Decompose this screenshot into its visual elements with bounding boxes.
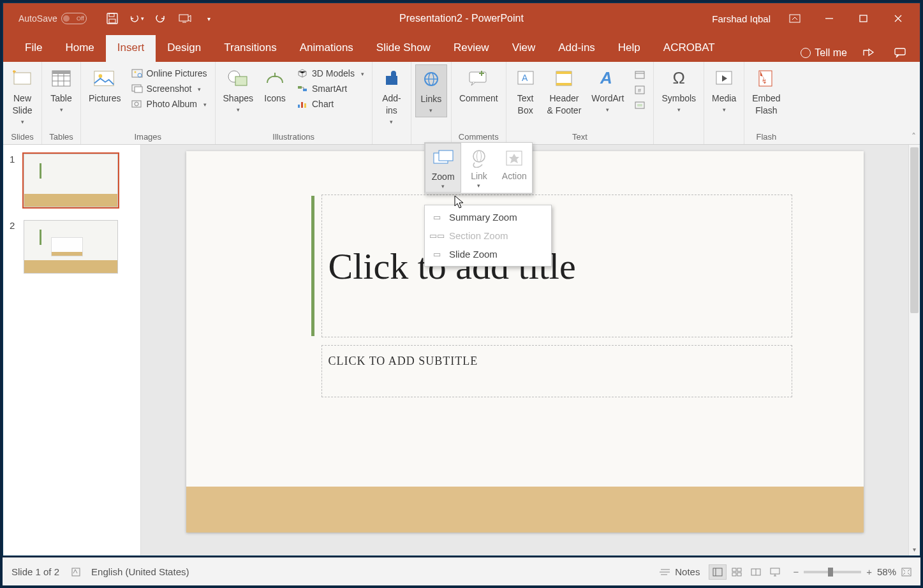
tab-addins[interactable]: Add-ins: [547, 35, 607, 62]
tab-slideshow[interactable]: Slide Show: [365, 35, 442, 62]
tab-acrobat[interactable]: ACROBAT: [652, 35, 727, 62]
icons-button[interactable]: Icons: [260, 64, 290, 107]
zoom-out-button[interactable]: −: [793, 566, 799, 577]
svg-text:A: A: [522, 73, 528, 83]
ribbon-tabs: File Home Insert Design Transitions Anim…: [3, 34, 920, 62]
save-icon[interactable]: [105, 11, 120, 26]
close-button[interactable]: [888, 10, 908, 27]
symbols-button[interactable]: Ω Symbols▾: [658, 64, 700, 116]
svg-point-25: [135, 102, 138, 106]
object-button[interactable]: [630, 99, 649, 112]
svg-rect-67: [732, 573, 736, 576]
online-pictures-button[interactable]: Online Pictures: [128, 67, 211, 80]
svg-rect-42: [556, 71, 572, 74]
slide-zoom-item[interactable]: ▭Slide Zoom: [425, 245, 551, 263]
svg-rect-59: [72, 568, 80, 576]
zoom-slider-knob[interactable]: [828, 568, 833, 577]
svg-text:↯: ↯: [762, 78, 767, 85]
slide-sorter-icon[interactable]: [728, 564, 746, 580]
start-from-beginning-icon[interactable]: [177, 11, 193, 26]
comment-button[interactable]: Comment: [455, 64, 502, 107]
comment-label: Comment: [459, 92, 498, 105]
slide-thumbnail-2[interactable]: [24, 220, 118, 274]
wordart-button[interactable]: A WordArt▾: [587, 64, 628, 116]
zoom-in-button[interactable]: +: [866, 566, 872, 577]
screenshot-button[interactable]: Screenshot▾: [128, 82, 211, 95]
tab-design[interactable]: Design: [156, 35, 212, 62]
link-menu-button[interactable]: Link▾: [461, 143, 496, 193]
media-button[interactable]: Media▾: [708, 64, 740, 116]
redo-icon[interactable]: [153, 11, 168, 26]
textbox-button[interactable]: A Text Box: [510, 64, 541, 119]
svg-rect-4: [790, 15, 800, 22]
textbox-icon: A: [514, 67, 537, 90]
links-button[interactable]: Links▾: [415, 64, 447, 117]
collapse-ribbon-icon[interactable]: ˄: [912, 131, 916, 142]
table-label: Table: [50, 92, 71, 105]
comments-icon[interactable]: [890, 44, 911, 62]
zoom-slider[interactable]: [804, 571, 861, 573]
normal-view-icon[interactable]: [709, 564, 727, 580]
tab-help[interactable]: Help: [607, 35, 652, 62]
share-icon[interactable]: [859, 44, 879, 62]
3d-models-button[interactable]: 3D Models▾: [293, 67, 368, 80]
action-label: Action: [502, 171, 527, 181]
notes-button[interactable]: Notes: [660, 566, 700, 577]
photo-album-button[interactable]: Photo Album▾: [128, 98, 211, 110]
maximize-button[interactable]: [853, 10, 874, 27]
scrollbar-handle[interactable]: [910, 147, 919, 313]
svg-rect-55: [439, 151, 453, 161]
tab-animations[interactable]: Animations: [288, 35, 365, 62]
link-icon: [466, 147, 492, 170]
svg-rect-9: [895, 48, 905, 55]
tell-me-button[interactable]: Tell me: [801, 47, 847, 59]
app-window: AutoSave Off ▾ ▾ Presentation2 - PowerPo…: [3, 3, 920, 556]
date-time-button[interactable]: [630, 68, 649, 81]
reading-view-icon[interactable]: [747, 564, 765, 580]
language-label[interactable]: English (United States): [91, 566, 189, 577]
autosave-toggle[interactable]: AutoSave Off: [18, 13, 87, 24]
tab-home[interactable]: Home: [54, 35, 105, 62]
ribbon-display-icon[interactable]: [785, 10, 805, 27]
header-footer-button[interactable]: Header & Footer: [543, 64, 586, 119]
symbols-label: Symbols: [661, 92, 696, 105]
new-slide-button[interactable]: New Slide▾: [7, 64, 38, 128]
tab-review[interactable]: Review: [442, 35, 501, 62]
undo-icon[interactable]: ▾: [129, 11, 144, 26]
chart-button[interactable]: Chart: [293, 98, 368, 110]
action-menu-button[interactable]: Action: [497, 143, 532, 193]
subtitle-placeholder[interactable]: CLICK TO ADD SUBTITLE: [321, 345, 792, 397]
slide-thumbnails-panel[interactable]: 1 2: [3, 145, 141, 555]
smartart-button[interactable]: SmartArt: [293, 82, 368, 95]
ribbon: New Slide▾ Slides Table▾ Tables Pictures: [3, 62, 920, 145]
summary-zoom-item[interactable]: ▭Summary Zoom: [425, 208, 551, 226]
table-button[interactable]: Table▾: [46, 64, 77, 116]
subtitle-placeholder-text: CLICK TO ADD SUBTITLE: [329, 355, 478, 367]
tab-transitions[interactable]: Transitions: [212, 35, 288, 62]
spellcheck-icon[interactable]: [71, 567, 82, 577]
vertical-scrollbar[interactable]: ▾: [908, 145, 920, 555]
svg-rect-23: [135, 87, 142, 92]
pictures-button[interactable]: Pictures: [85, 64, 125, 107]
embed-flash-label: Embed Flash: [752, 92, 780, 117]
qat-more-icon[interactable]: ▾: [202, 11, 217, 26]
title-placeholder[interactable]: Click to add title: [321, 195, 792, 337]
header-footer-label: Header & Footer: [547, 92, 582, 117]
zoom-level[interactable]: 58%: [877, 566, 896, 577]
tab-insert[interactable]: Insert: [106, 35, 156, 62]
embed-flash-button[interactable]: ↯ Embed Flash: [748, 64, 784, 119]
slideshow-view-icon[interactable]: [766, 564, 784, 580]
slide-thumbnail-1[interactable]: [24, 154, 118, 207]
shapes-button[interactable]: Shapes▾: [219, 64, 257, 116]
notes-label: Notes: [675, 566, 700, 577]
tab-view[interactable]: View: [501, 35, 547, 62]
tab-file[interactable]: File: [13, 35, 54, 62]
addins-button[interactable]: Add- ins▾: [376, 64, 407, 128]
scroll-down-icon[interactable]: ▾: [909, 546, 920, 553]
zoom-menu-button[interactable]: Zoom▾: [425, 143, 461, 193]
slide-number-button[interactable]: #: [630, 84, 649, 96]
minimize-button[interactable]: [819, 10, 839, 27]
fit-to-window-icon[interactable]: [901, 568, 912, 577]
photo-album-icon: [131, 99, 143, 109]
user-name[interactable]: Farshad Iqbal: [712, 13, 771, 24]
